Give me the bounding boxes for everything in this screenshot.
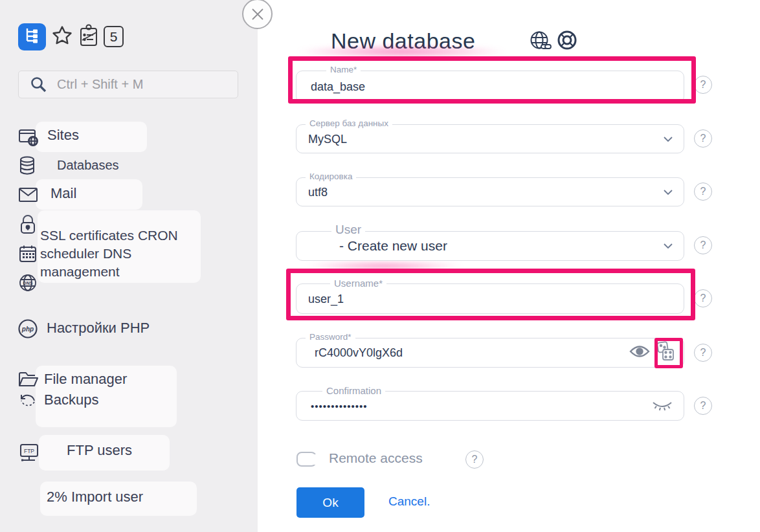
ftp-label: FTP <box>24 448 34 454</box>
notifications-count-badge[interactable]: 5 <box>104 26 124 47</box>
php-icon: php <box>17 318 38 342</box>
confirmation-field-label: Confirmation <box>322 385 385 396</box>
tasks-button[interactable] <box>76 25 101 49</box>
password-field[interactable]: Password* rC4000vY0lgX6d <box>296 338 684 368</box>
name-field-value: data_base <box>311 80 365 94</box>
folder-icon <box>17 370 39 391</box>
dns-globe-icon: DNS <box>18 273 38 295</box>
name-field-label: Name* <box>326 65 361 74</box>
password-field-label: Password* <box>306 332 355 342</box>
encoding-select[interactable]: Кодировка utf8 <box>296 177 684 206</box>
database-icon <box>18 155 38 180</box>
remote-access-label: Remote access <box>329 450 423 466</box>
chevron-down-icon <box>663 240 673 252</box>
close-button[interactable] <box>242 0 273 29</box>
page-title: New database <box>331 28 475 54</box>
question-glyph: ? <box>700 186 706 197</box>
search-input[interactable] <box>57 77 212 92</box>
sidebar-item-label: Sites <box>47 127 79 144</box>
tree-view-button[interactable] <box>18 23 46 50</box>
close-icon <box>251 7 265 21</box>
show-password-icon[interactable] <box>629 344 650 361</box>
confirmation-field-value: •••••••••••••• <box>311 401 368 412</box>
user-select-label: User <box>331 223 365 237</box>
password-help-icon[interactable]: ? <box>694 344 712 362</box>
sidebar-item-label: Databases <box>57 158 119 173</box>
backup-restore-icon <box>18 392 38 414</box>
cancel-link[interactable]: Cancel. <box>388 494 430 509</box>
help-lifebuoy-icon[interactable] <box>556 29 578 54</box>
sidebar-item-label: Mail <box>50 185 76 202</box>
chevron-down-icon <box>663 186 673 198</box>
mail-icon <box>17 186 39 206</box>
remote-access-help-icon[interactable]: ? <box>465 450 484 469</box>
confirmation-field[interactable]: Confirmation •••••••••••••• <box>296 391 684 421</box>
username-field-value: user_1 <box>308 292 344 305</box>
name-field[interactable]: Name* data_base <box>296 71 684 103</box>
question-glyph: ? <box>472 454 478 465</box>
question-glyph: ? <box>700 79 706 91</box>
user-select-value: - Create new user <box>339 238 447 254</box>
user-help-icon[interactable]: ? <box>694 236 712 254</box>
user-select[interactable]: User - Create new user <box>296 231 684 261</box>
cron-calendar-icon <box>18 244 38 266</box>
question-glyph: ? <box>700 400 706 412</box>
sidebar-item-label: File manager <box>44 371 127 388</box>
dns-label: DNS <box>23 281 33 285</box>
ssl-lock-icon <box>19 214 37 238</box>
sidebar-item-label: SSL certificates CRON scheduler DNS mana… <box>40 227 190 281</box>
encoding-select-value: utf8 <box>308 185 328 199</box>
question-glyph: ? <box>700 293 706 304</box>
sidebar-item-label: 2% Import user <box>47 489 143 505</box>
star-icon <box>51 25 73 49</box>
generate-password-dice-icon[interactable] <box>656 341 676 364</box>
count-badge-value: 5 <box>110 29 118 45</box>
password-field-value: rC4000vY0lgX6d <box>315 346 403 360</box>
sidebar-item-label: Backups <box>44 392 98 408</box>
username-field[interactable]: Username* user_1 <box>296 283 684 314</box>
app-window: 5 Sites <box>0 0 760 532</box>
annotation-smear <box>303 261 465 271</box>
username-help-icon[interactable]: ? <box>694 289 712 307</box>
server-select-label: Сервер баз данных <box>306 118 392 128</box>
question-glyph: ? <box>700 239 706 251</box>
clipboard-list-icon <box>77 23 100 50</box>
username-field-label: Username* <box>330 278 386 289</box>
ftp-monitor-icon: FTP <box>18 442 41 467</box>
ok-button[interactable]: Ok <box>296 487 364 518</box>
hide-password-icon[interactable] <box>651 397 673 414</box>
sites-icon <box>17 127 39 151</box>
search-icon <box>30 76 48 94</box>
globe-link-icon[interactable] <box>528 29 552 56</box>
sidebar-item-label: FTP users <box>67 442 132 459</box>
server-select-value: MySQL <box>308 132 347 146</box>
encoding-help-icon[interactable]: ? <box>694 183 712 201</box>
question-glyph: ? <box>700 347 706 359</box>
remote-access-checkbox[interactable] <box>296 452 317 467</box>
favorites-button[interactable] <box>50 25 74 49</box>
encoding-select-label: Кодировка <box>306 172 356 181</box>
php-label: php <box>21 326 34 333</box>
chevron-down-icon <box>663 133 673 145</box>
confirmation-help-icon[interactable]: ? <box>694 397 712 415</box>
server-help-icon[interactable]: ? <box>694 129 712 148</box>
name-help-icon[interactable]: ? <box>694 76 712 94</box>
server-select[interactable]: Сервер баз данных MySQL <box>296 124 684 153</box>
sitemap-icon <box>23 27 41 47</box>
sidebar-item-label: Настройки PHP <box>47 320 150 337</box>
sidebar: 5 Sites <box>0 0 258 532</box>
question-glyph: ? <box>700 133 706 144</box>
search-box <box>18 71 238 98</box>
